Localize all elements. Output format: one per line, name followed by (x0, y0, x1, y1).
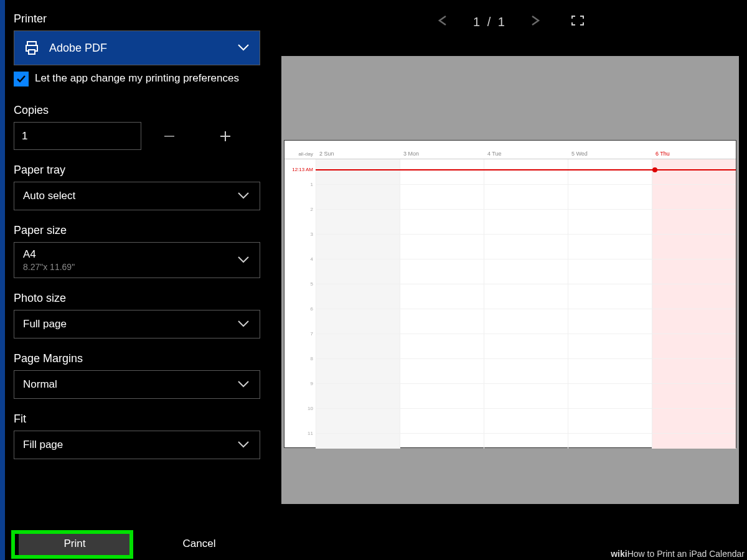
hour-label: 8 (311, 356, 313, 362)
hour-line (316, 433, 736, 434)
printer-value: Adobe PDF (49, 42, 107, 55)
hour-label: 4 (311, 256, 313, 262)
fit-value: Fill page (23, 439, 63, 451)
fit-dropdown[interactable]: Fill page (14, 431, 260, 459)
hour-label: 3 (311, 231, 313, 237)
hour-label: 6 (311, 306, 313, 312)
chevron-down-icon (237, 190, 250, 202)
hour-line (316, 334, 736, 334)
photo-size-dropdown[interactable]: Full page (14, 310, 260, 338)
fullscreen-icon[interactable] (571, 15, 585, 29)
calendar-day-header: 5 Wed (568, 151, 652, 159)
printer-label: Printer (14, 12, 260, 26)
hour-label: 2 (311, 207, 313, 212)
hour-line (316, 234, 736, 235)
page-margins-value: Normal (23, 378, 57, 391)
hour-line (316, 408, 736, 409)
cancel-button[interactable]: Cancel (143, 533, 255, 555)
page-margins-dropdown[interactable]: Normal (14, 370, 260, 399)
now-time-label: 12:13 AM (292, 167, 313, 172)
calendar-day-header: 2 Sun (316, 151, 400, 159)
paper-size-value: A4 (23, 248, 36, 261)
calendar-day-column (400, 159, 484, 449)
hour-label: 9 (311, 381, 313, 386)
paper-tray-label: Paper tray (14, 164, 260, 177)
preferences-checkbox[interactable] (14, 72, 29, 86)
accent-stripe (0, 0, 5, 560)
copies-increment[interactable] (197, 122, 253, 150)
calendar-header: all-day 2 Sun 3 Mon 4 Tue 5 Wed 6 Thu (284, 141, 736, 159)
page-margins-label: Page Margins (14, 352, 260, 365)
allday-label: all-day (284, 151, 316, 159)
chevron-down-icon (237, 378, 250, 391)
hour-line (316, 209, 736, 210)
hour-line (316, 383, 736, 384)
time-gutter: 12:13 AM 1234567891011 (284, 159, 316, 449)
calendar-day-column (484, 159, 568, 449)
photo-size-label: Photo size (14, 292, 260, 305)
next-page-button[interactable] (527, 15, 542, 29)
prev-page-button[interactable] (436, 15, 451, 29)
chevron-down-icon (237, 42, 250, 54)
print-settings-panel: Printer Adobe PDF Let the app change my … (5, 0, 266, 560)
printer-icon (23, 41, 40, 55)
printer-dropdown[interactable]: Adobe PDF (14, 30, 260, 65)
svg-rect-1 (29, 50, 35, 54)
calendar-day-header-today: 6 Thu (652, 151, 736, 159)
paper-tray-dropdown[interactable]: Auto select (14, 182, 260, 210)
hour-line (316, 259, 736, 259)
calendar-day-column (568, 159, 652, 449)
hour-label: 1 (311, 182, 313, 187)
paper-size-label: Paper size (14, 224, 260, 237)
page-indicator: 1 / 1 (473, 15, 505, 29)
hour-line (316, 358, 736, 359)
calendar-day-header: 3 Mon (400, 151, 484, 159)
calendar-day-header: 4 Tue (484, 151, 568, 159)
hour-line (316, 309, 736, 309)
preview-toolbar: 1 / 1 (281, 6, 739, 37)
paper-size-dimensions: 8.27"x 11.69" (23, 262, 75, 272)
copies-input[interactable] (14, 122, 141, 150)
calendar-body: 12:13 AM 1234567891011 (284, 159, 736, 449)
hour-line (316, 284, 736, 284)
calendar-day-column (316, 159, 400, 449)
chevron-down-icon (237, 318, 250, 330)
hour-label: 10 (308, 406, 313, 411)
paper-tray-value: Auto select (23, 190, 75, 202)
hour-label: 11 (308, 431, 313, 436)
document-page: all-day 2 Sun 3 Mon 4 Tue 5 Wed 6 Thu 12… (284, 140, 736, 448)
chevron-down-icon (237, 254, 250, 266)
watermark: wikiHow to Print an iPad Calendar (611, 549, 745, 559)
now-indicator-line (316, 169, 736, 170)
preferences-checkbox-label: Let the app change my printing preferenc… (35, 72, 239, 85)
print-preview-area[interactable]: all-day 2 Sun 3 Mon 4 Tue 5 Wed 6 Thu 12… (281, 56, 739, 504)
print-button[interactable]: Print (19, 533, 131, 555)
copies-label: Copies (14, 104, 260, 117)
now-indicator-dot (652, 167, 657, 172)
hour-label: 7 (311, 331, 313, 337)
copies-decrement[interactable] (141, 122, 197, 150)
photo-size-value: Full page (23, 318, 67, 330)
chevron-down-icon (237, 439, 250, 451)
fit-label: Fit (14, 413, 260, 426)
calendar-day-column-today (652, 159, 736, 449)
paper-size-dropdown[interactable]: A4 8.27"x 11.69" (14, 242, 260, 278)
hour-label: 5 (311, 281, 313, 287)
hour-line (316, 184, 736, 185)
